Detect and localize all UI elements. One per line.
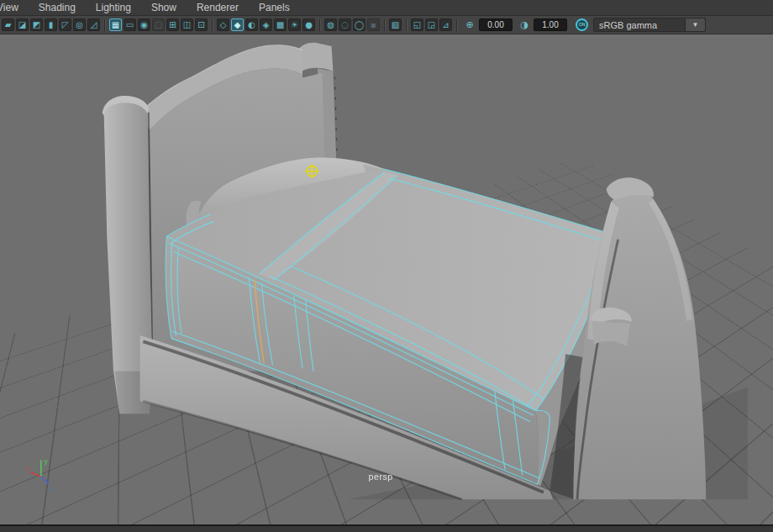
view-transform-dropdown[interactable]: sRGB gamma ▼	[593, 18, 706, 32]
view-transform-toggle[interactable]: ON	[576, 18, 588, 31]
anti-aliasing-icon[interactable]: ◯	[353, 18, 365, 31]
safe-title-icon[interactable]: ⊡	[195, 18, 208, 31]
motion-blur-icon[interactable]: ◌	[339, 18, 351, 31]
safe-action-icon[interactable]: ◫	[181, 18, 193, 31]
lights-icon[interactable]: ☀	[288, 18, 301, 31]
menu-item-shading[interactable]: Shading	[39, 2, 76, 13]
image-plane-alt-icon[interactable]: ◲	[425, 18, 438, 31]
bottom-panel-edge	[0, 525, 773, 532]
menu-item-renderer[interactable]: Renderer	[197, 2, 239, 13]
toolbar-separator	[212, 19, 213, 31]
resolution-gate-icon[interactable]: ◉	[138, 18, 150, 31]
toolbar-separator	[456, 19, 457, 31]
camera-attributes-icon[interactable]: ◩	[30, 18, 43, 31]
toolbar-separator	[384, 19, 385, 31]
grease-pencil-icon[interactable]: ◿	[87, 18, 100, 31]
wireframe-icon[interactable]: ◇	[217, 18, 229, 31]
depth-of-field-icon[interactable]: ▪	[367, 18, 380, 31]
axis-y-label: y	[45, 457, 49, 466]
wireframe-on-shaded-icon[interactable]: ◈	[260, 18, 272, 31]
field-chart-icon[interactable]: ⊞	[166, 18, 179, 31]
gamma-icon[interactable]: ◑	[518, 19, 530, 30]
gate-mask-icon[interactable]: ▢	[152, 18, 165, 31]
bookmarks-icon[interactable]: ▮	[45, 18, 57, 31]
shadows-icon[interactable]: ●	[302, 18, 315, 31]
gamma-field[interactable]: 1.00	[534, 18, 567, 31]
select-camera-icon[interactable]: ▰	[2, 18, 14, 31]
smooth-shade-icon[interactable]: ◆	[231, 18, 244, 31]
axis-z-label: z	[50, 485, 53, 492]
exposure-field[interactable]: 0.00	[479, 18, 513, 31]
stroke-select-icon[interactable]: ◸	[59, 18, 71, 31]
exposure-icon[interactable]: ⊕	[464, 19, 476, 30]
toolbar-icon-group: ▰◪◩▮◸◎◿▦▭◉▢⊞◫⊡◇◆◐◈▩☀●◍◌◯▪▧◱◲⊿	[2, 18, 460, 31]
screen-space-ao-icon[interactable]: ◍	[324, 18, 337, 31]
grid-icon[interactable]: ▦	[109, 18, 122, 31]
menu-item-panels[interactable]: Panels	[259, 2, 290, 13]
pan-zoom-2d-icon[interactable]: ⊿	[439, 18, 452, 31]
perspective-viewport[interactable]: persp y x z	[0, 34, 773, 525]
toolbar-separator	[104, 19, 105, 31]
panel-toolbar: ▰◪◩▮◸◎◿▦▭◉▢⊞◫⊡◇◆◐◈▩☀●◍◌◯▪▧◱◲⊿ ⊕ 0.00 ◑ 1…	[0, 16, 773, 34]
toolbar-separator	[319, 19, 320, 31]
textured-icon[interactable]: ◐	[245, 18, 258, 31]
camera-label: persp	[369, 471, 393, 482]
menu-item-view[interactable]: View	[0, 2, 18, 13]
film-gate-icon[interactable]: ▭	[124, 18, 136, 31]
zoom-region-icon[interactable]: ◎	[73, 18, 86, 31]
axis-x-label: x	[26, 464, 29, 471]
image-plane-icon[interactable]: ◱	[411, 18, 423, 31]
menu-item-show[interactable]: Show	[151, 2, 176, 13]
menu-item-lighting[interactable]: Lighting	[96, 2, 131, 13]
toolbar-separator	[406, 19, 407, 31]
view-transform-value: sRGB gamma	[594, 20, 685, 30]
chevron-down-icon[interactable]: ▼	[685, 18, 705, 31]
use-default-material-icon[interactable]: ▩	[274, 18, 287, 31]
isolate-select-icon[interactable]: ▧	[389, 18, 402, 31]
scene-bed-model: persp y x z	[0, 34, 773, 525]
lock-camera-icon[interactable]: ◪	[16, 18, 29, 31]
panel-menu-bar: ViewShadingLightingShowRendererPanels	[0, 0, 773, 16]
